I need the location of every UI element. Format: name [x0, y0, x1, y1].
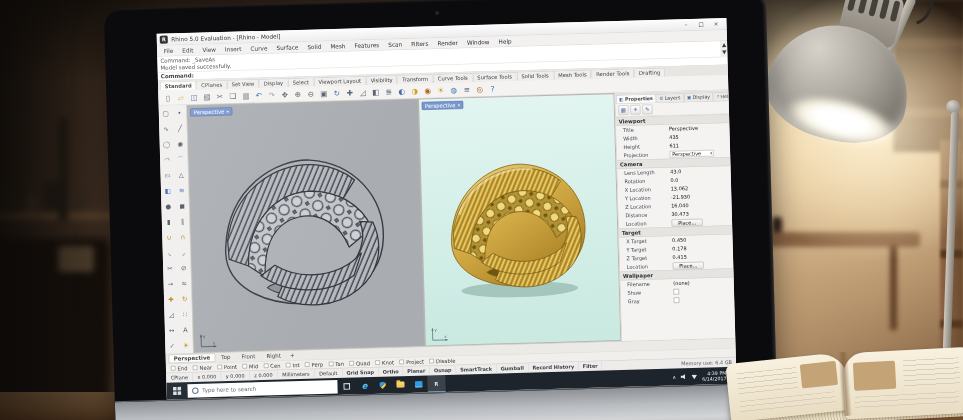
viewport-properties-icon[interactable]: ▦	[618, 105, 628, 115]
osnap-toggle[interactable]: Quad	[349, 360, 370, 367]
viewport-wireframe[interactable]: Perspective ▾	[188, 100, 425, 352]
chamfer-icon[interactable]: ◞	[176, 245, 190, 261]
scale-object-icon[interactable]: ◿	[164, 307, 178, 323]
menu-item[interactable]: Help	[494, 38, 516, 46]
select-icon[interactable]: ▢	[159, 105, 173, 121]
checkbox[interactable]	[193, 365, 198, 370]
boolean-union-icon[interactable]: ∪	[162, 229, 176, 245]
checkbox[interactable]	[305, 362, 310, 367]
move-icon[interactable]: ✚	[343, 86, 356, 99]
property-value[interactable]: 611	[669, 143, 679, 149]
toolbar-tab[interactable]: Viewport Layout	[314, 76, 366, 86]
osnap-toggle[interactable]: Mid	[242, 363, 258, 369]
toolbar-tab[interactable]: Curve Tools	[433, 73, 472, 83]
checkbox[interactable]	[171, 366, 176, 371]
status-toggle[interactable]: Gumball	[496, 363, 528, 373]
property-value[interactable]: 0.415	[672, 254, 686, 260]
menu-item[interactable]: Surface	[272, 44, 303, 52]
property-value[interactable]: 13.062	[671, 186, 689, 192]
copy-icon[interactable]: ❏	[226, 89, 239, 102]
property-value[interactable]: 30.473	[671, 211, 689, 217]
cut-icon[interactable]: ✂	[213, 90, 226, 103]
checkbox[interactable]	[242, 364, 247, 369]
menu-item[interactable]: Filters	[407, 40, 433, 48]
tray-chevron-icon[interactable]: ∧	[672, 374, 676, 380]
osnap-toggle[interactable]: Int	[286, 362, 300, 368]
rotate-object-icon[interactable]: ↻	[178, 291, 192, 307]
viewport-title-tab[interactable]: Perspective ▾	[190, 107, 232, 116]
toolbar-tab[interactable]: Visibility	[366, 75, 397, 85]
checkbox[interactable]	[286, 363, 291, 368]
circle-icon[interactable]: ◯	[159, 136, 173, 152]
split-icon[interactable]: ⊘	[177, 260, 191, 276]
properties-icon[interactable]: ≡	[460, 83, 473, 96]
status-toggle[interactable]: Record History	[528, 362, 579, 373]
property-value[interactable]	[673, 289, 679, 295]
menu-item[interactable]: Solid	[303, 43, 326, 51]
menu-item[interactable]: Edit	[178, 46, 198, 54]
toolbar-tab[interactable]: Display	[259, 78, 288, 88]
property-value[interactable]: 43.0	[670, 169, 681, 175]
zoom-out-icon[interactable]: ⊖	[304, 87, 317, 100]
render-icon[interactable]: ◉	[421, 84, 434, 97]
trim-icon[interactable]: ✂	[163, 260, 177, 276]
add-viewport-button[interactable]: +	[287, 352, 298, 359]
file-explorer-icon[interactable]	[391, 376, 409, 393]
start-button[interactable]	[166, 382, 187, 400]
viewport-tab[interactable]: Front	[236, 352, 260, 361]
window-control-button[interactable]: ×	[708, 21, 723, 28]
gumball-icon[interactable]: ◎	[473, 82, 486, 95]
analyze-icon[interactable]: ✓	[165, 338, 179, 354]
point-icon[interactable]: •	[172, 105, 186, 121]
window-control-button[interactable]: –	[678, 21, 693, 28]
osnap-toggle[interactable]: Knot	[375, 359, 394, 366]
toolbar-tab[interactable]: Set View	[227, 79, 259, 89]
rectangle-icon[interactable]: ▭	[160, 167, 174, 183]
undo-icon[interactable]: ↶	[252, 89, 265, 102]
menu-item[interactable]: Insert	[220, 45, 246, 53]
box-icon[interactable]: ◼	[175, 198, 189, 214]
property-value[interactable]: 0.0	[670, 177, 678, 183]
property-value[interactable]: 16.040	[671, 203, 689, 209]
search-input[interactable]	[202, 384, 322, 394]
viewport-tab[interactable]: Right	[261, 351, 286, 360]
task-view-icon[interactable]	[337, 377, 355, 394]
viewport-tab[interactable]: Perspective	[169, 353, 216, 363]
polyline-icon[interactable]: ∿	[159, 121, 173, 137]
toolbar-tab[interactable]: Solid Tools	[517, 71, 554, 81]
property-value[interactable]: 0.450	[672, 237, 686, 243]
store-icon[interactable]	[409, 375, 427, 392]
curve-icon[interactable]: ⌒	[174, 152, 188, 168]
wifi-icon[interactable]	[691, 374, 698, 380]
checkbox[interactable]	[429, 359, 434, 364]
command-scrollbar[interactable]: ▲▼	[721, 41, 728, 57]
osnap-toggle[interactable]: Perp	[305, 361, 323, 368]
rotate-view-icon[interactable]: ↻	[330, 86, 343, 99]
window-control-button[interactable]: □	[693, 21, 708, 28]
menu-item[interactable]: Render	[433, 39, 463, 47]
edge-icon[interactable]: e	[355, 377, 373, 394]
shade-icon[interactable]: ◑	[408, 84, 421, 97]
osnap-toggle[interactable]: Project	[399, 358, 424, 365]
light-properties-icon[interactable]: ☀	[630, 105, 640, 115]
menu-item[interactable]: Mesh	[326, 42, 350, 50]
layers-icon[interactable]: ≣	[382, 85, 395, 98]
material-icon[interactable]: ◍	[447, 83, 460, 96]
arc-icon[interactable]: ◠	[160, 152, 174, 168]
toolbar-tab[interactable]: CPlanes	[197, 80, 227, 90]
toolbar-tab[interactable]: Select	[288, 78, 313, 88]
viewport-rendered[interactable]: Perspective ▾	[419, 94, 621, 345]
loft-icon[interactable]: ≋	[175, 183, 189, 199]
save-icon[interactable]: ◫	[187, 90, 200, 103]
property-value[interactable]: Place...	[673, 261, 704, 269]
redo-icon[interactable]: ↷	[265, 88, 278, 101]
polygon-icon[interactable]: △	[174, 167, 188, 183]
checkbox[interactable]	[375, 360, 380, 365]
toolbar-tab[interactable]: Drafting	[634, 68, 665, 78]
property-value[interactable]: Perspective	[669, 125, 698, 131]
menu-item[interactable]: Scan	[384, 41, 407, 49]
checkbox[interactable]	[329, 362, 334, 367]
menu-item[interactable]: Window	[462, 38, 494, 46]
osnap-toggle[interactable]: End	[171, 365, 188, 371]
property-value[interactable]: 435	[669, 134, 679, 140]
